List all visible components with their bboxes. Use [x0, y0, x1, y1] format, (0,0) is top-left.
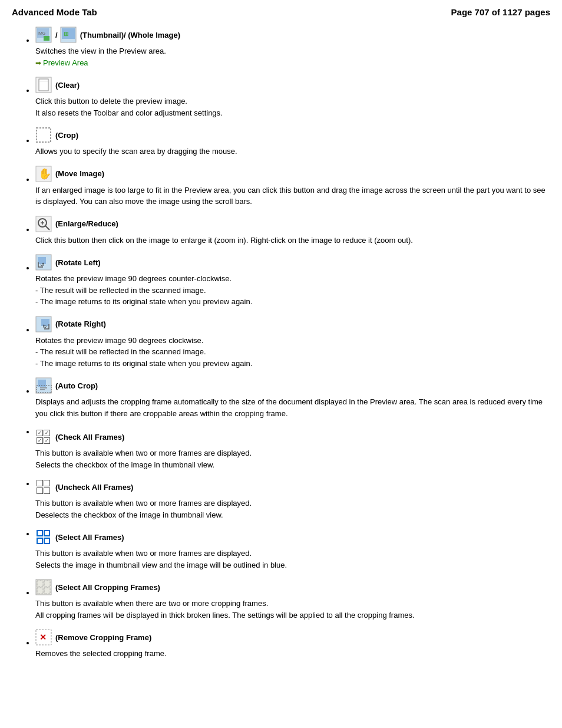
clear-icon [35, 77, 52, 93]
item-header-thumbnail: IMG / ⊞ (Thumbnail)/ (Whole Image) [35, 27, 550, 43]
chk4: ✓ [44, 437, 50, 444]
list-item: (Crop) Allows you to specify the scan ar… [35, 127, 550, 157]
sel2 [44, 530, 50, 536]
item-desc-crop: Allows you to specify the scan area by d… [35, 146, 550, 157]
select-crop-svg [35, 579, 52, 595]
whole-image-icon: ⊞ [60, 27, 77, 43]
item-header-rotate-left: ↺ (Rotate Left) [35, 254, 550, 271]
chk3: ✓ [37, 437, 43, 444]
list-item: (Select All Frames) This button is avail… [35, 529, 550, 571]
check-all-label: (Check All Frames) [55, 433, 124, 442]
rotate-left-icon: ↺ [35, 254, 52, 271]
rotate-left-label: (Rotate Left) [55, 258, 101, 267]
item-header-select-crop: (Select All Cropping Frames) [35, 579, 550, 595]
item-header-rotate-right: ↻ (Rotate Right) [35, 316, 550, 332]
thumbnail-icon: IMG [35, 27, 52, 43]
item-header-remove-crop: ✕ (Remove Cropping Frame) [35, 629, 550, 645]
move-icon: ✋ [35, 166, 52, 182]
uchk3 [37, 487, 43, 494]
svg-rect-8 [39, 79, 48, 91]
item-header-clear: (Clear) [35, 77, 550, 93]
select-crop-icon [35, 579, 52, 595]
crop-svg [35, 127, 52, 143]
uncheck-all-label: (Uncheck All Frames) [55, 483, 133, 492]
item-header-check-all: ✓ ✓ ✓ ✓ (Check All Frames) [35, 429, 550, 445]
svg-rect-10 [37, 128, 51, 142]
list-item: ✕ (Remove Cropping Frame) Removes the se… [35, 629, 550, 660]
uchk1 [37, 480, 43, 486]
list-item: (Auto Crop) Displays and adjusts the cro… [35, 377, 550, 419]
page-header: Advanced Mode Tab Page 707 of 1127 pages [12, 7, 550, 17]
sel4 [44, 538, 50, 544]
check-all-grid: ✓ ✓ ✓ ✓ [35, 429, 52, 445]
sel3 [37, 538, 43, 544]
whole-image-svg: ⊞ [60, 27, 77, 43]
rotate-right-icon: ↻ [35, 316, 52, 332]
crop-label: (Crop) [55, 131, 78, 140]
move-svg: ✋ [35, 166, 52, 182]
page-title: Advanced Mode Tab [12, 7, 97, 17]
list-item: (Clear) Click this button to delete the … [35, 77, 550, 118]
auto-crop-label: (Auto Crop) [55, 381, 98, 390]
thumbnail-svg: IMG [35, 27, 52, 43]
clear-svg [35, 77, 52, 93]
item-header-zoom: (Enlarge/Reduce) [35, 216, 550, 232]
zoom-svg [35, 216, 52, 232]
list-item: (Uncheck All Frames) This button is avai… [35, 479, 550, 521]
select-all-grid [35, 529, 52, 545]
sel1 [37, 530, 43, 536]
rotate-right-svg: ↻ [35, 316, 52, 332]
preview-area-link[interactable]: Preview Area [35, 57, 88, 69]
item-desc-check-all: This button is available when two or mor… [35, 447, 550, 470]
svg-text:✕: ✕ [39, 633, 47, 642]
list-item: (Select All Cropping Frames) This button… [35, 579, 550, 621]
list-item: ↺ (Rotate Left) Rotates the preview imag… [35, 254, 550, 308]
svg-text:✋: ✋ [38, 167, 52, 180]
item-header-select-all: (Select All Frames) [35, 529, 550, 545]
remove-crop-label: (Remove Cropping Frame) [55, 633, 151, 642]
list-item: IMG / ⊞ (Thumbnail)/ (Whole Image) Switc… [35, 27, 550, 68]
list-item: ✓ ✓ ✓ ✓ (Check All Frames) This button i… [35, 427, 550, 470]
item-header-uncheck-all: (Uncheck All Frames) [35, 479, 550, 495]
crop-icon [35, 127, 52, 143]
item-desc-zoom: Click this button then click on the imag… [35, 235, 550, 246]
item-desc-auto-crop: Displays and adjusts the cropping frame … [35, 396, 550, 419]
zoom-label: (Enlarge/Reduce) [55, 219, 118, 228]
svg-rect-2 [44, 36, 49, 41]
svg-text:IMG: IMG [38, 31, 45, 35]
check-all-icon: ✓ ✓ ✓ ✓ [35, 429, 52, 445]
thumbnail-label: (Thumbnail)/ (Whole Image) [80, 31, 180, 39]
select-crop-label: (Select All Cropping Frames) [55, 583, 160, 592]
item-header-move: ✋ (Move Image) [35, 166, 550, 182]
uncheck-all-grid [35, 479, 52, 495]
zoom-icon [35, 216, 52, 232]
page-number: Page 707 of 1127 pages [451, 7, 550, 17]
select-all-icon [35, 529, 52, 545]
uchk4 [44, 487, 50, 494]
item-desc-rotate-left: Rotates the preview image 90 degrees cou… [35, 273, 550, 308]
item-desc-move: If an enlarged image is too large to fit… [35, 185, 550, 207]
chk2: ✓ [44, 430, 50, 436]
remove-crop-svg: ✕ [35, 629, 52, 645]
list-item: ↻ (Rotate Right) Rotates the preview ima… [35, 316, 550, 370]
svg-text:⊞: ⊞ [64, 31, 68, 37]
item-header-crop: (Crop) [35, 127, 550, 143]
separator-text: / [55, 31, 58, 39]
item-desc-remove-crop: Removes the selected cropping frame. [35, 648, 550, 660]
svg-rect-29 [36, 579, 51, 595]
clear-label: (Clear) [55, 81, 80, 90]
move-label: (Move Image) [55, 169, 104, 178]
main-list: IMG / ⊞ (Thumbnail)/ (Whole Image) Switc… [12, 27, 550, 660]
rotate-right-label: (Rotate Right) [55, 319, 106, 328]
svg-text:↺: ↺ [40, 262, 45, 268]
item-desc-uncheck-all: This button is available when two or mor… [35, 498, 550, 521]
item-desc-select-crop: This button is available when there are … [35, 598, 550, 621]
item-desc-rotate-right: Rotates the preview image 90 degrees clo… [35, 335, 550, 370]
item-header-auto-crop: (Auto Crop) [35, 377, 550, 394]
auto-crop-svg [35, 377, 52, 394]
remove-crop-icon: ✕ [35, 629, 52, 645]
svg-text:↻: ↻ [42, 324, 47, 330]
chk1: ✓ [37, 430, 43, 436]
uchk2 [44, 480, 50, 486]
list-item: ✋ (Move Image) If an enlarged image is t… [35, 166, 550, 207]
